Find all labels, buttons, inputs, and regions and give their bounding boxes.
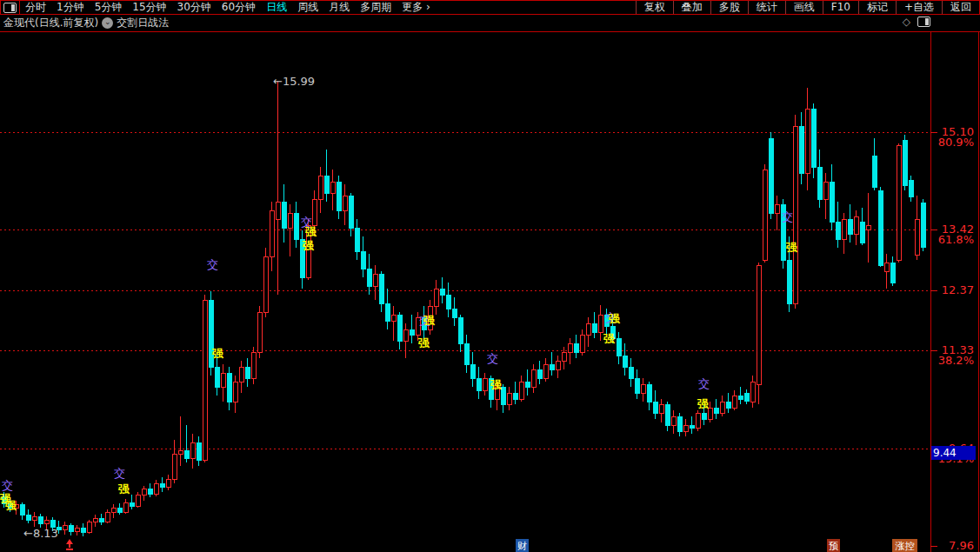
toolbar-button-fuquan[interactable]: 复权 bbox=[636, 1, 673, 14]
period-tab-multi[interactable]: 多周期 bbox=[355, 1, 397, 14]
toolbar-button-huaxian[interactable]: 画线 bbox=[785, 1, 823, 14]
qiang-signal-marker: 强 bbox=[490, 379, 502, 391]
period-tab-week[interactable]: 周线 bbox=[292, 1, 323, 14]
period-tab-more[interactable]: 更多 › bbox=[397, 1, 436, 14]
axis-percent-label: 38.2% bbox=[938, 356, 974, 366]
period-tab-fenshi[interactable]: 分时 bbox=[20, 1, 51, 14]
jiao-signal-marker: 交 bbox=[782, 211, 793, 223]
chevron-down-icon[interactable]: ⌄ bbox=[102, 17, 113, 29]
period-tab-day[interactable]: 日线 bbox=[261, 1, 292, 14]
qiang-signal-marker: 强 bbox=[423, 315, 435, 327]
app-window: 分时1分钟5分钟15分钟30分钟60分钟日线周线月线多周期更多 › 复权叠加多股… bbox=[0, 0, 980, 552]
toolbar-button-duogu[interactable]: 多股 bbox=[710, 1, 748, 14]
qiang-signal-marker: 强 bbox=[303, 240, 314, 252]
jiao-signal-marker: 交 bbox=[2, 480, 13, 492]
top-toolbar: 分时1分钟5分钟15分钟30分钟60分钟日线周线月线多周期更多 › 复权叠加多股… bbox=[0, 0, 980, 15]
period-tab-month[interactable]: 月线 bbox=[323, 1, 355, 14]
layout-toggle-button[interactable] bbox=[1, 1, 20, 14]
axis-percent-label: 61.8% bbox=[938, 235, 974, 245]
axis-tick bbox=[930, 290, 937, 291]
axis-tick bbox=[930, 132, 937, 133]
jiao-signal-marker: 交 bbox=[207, 259, 218, 271]
toolbar-actions: 复权叠加多股统计画线F10标记+自选返回 bbox=[636, 1, 979, 14]
axis-price-label: 7.96 bbox=[949, 541, 974, 551]
period-tab-60min[interactable]: 60分钟 bbox=[217, 1, 261, 14]
toolbar-button-fanhui[interactable]: 返回 bbox=[942, 1, 979, 14]
axis-tick bbox=[930, 229, 937, 230]
toolbar-button-diejia[interactable]: 叠加 bbox=[673, 1, 710, 14]
axis-tick bbox=[930, 546, 937, 547]
diamond-icon[interactable]: ◇ bbox=[903, 16, 910, 28]
period-tab-5min[interactable]: 5分钟 bbox=[90, 1, 128, 14]
current-price-box: 9.44 bbox=[931, 446, 976, 460]
period-tabs: 分时1分钟5分钟15分钟30分钟60分钟日线周线月线多周期更多 › bbox=[20, 1, 436, 14]
qiang-signal-marker: 强 bbox=[697, 398, 709, 410]
current-price-value: 9.44 bbox=[933, 447, 957, 459]
qiang-signal-marker: 强 bbox=[5, 500, 17, 512]
toolbar-button-f10[interactable]: F10 bbox=[823, 1, 858, 14]
qiang-signal-marker: 强 bbox=[305, 226, 317, 238]
qiang-signal-marker: 强 bbox=[609, 313, 620, 325]
price-axis: 9.44 15.1080.9%13.4261.8%12.3711.3338.2%… bbox=[930, 0, 980, 552]
panel-layout-icon bbox=[3, 3, 17, 13]
bottom-badge[interactable]: 涨控 bbox=[892, 539, 917, 552]
strategy-title: 交割日战法 bbox=[117, 16, 169, 30]
bottom-badge[interactable]: 财 bbox=[516, 539, 529, 552]
jiao-signal-marker: 交 bbox=[114, 468, 125, 480]
qiang-signal-marker: 强 bbox=[786, 242, 797, 254]
high-price-annotation: ←15.99 bbox=[273, 75, 315, 88]
jiao-signal-marker: 交 bbox=[698, 378, 710, 390]
qiang-signal-marker: 强 bbox=[603, 333, 615, 345]
qiang-signal-marker: 强 bbox=[418, 337, 430, 349]
title-bar: 金现代(日线.前复权) ⌄ 交割日战法 ◇ bbox=[0, 15, 980, 32]
period-tab-15min[interactable]: 15分钟 bbox=[127, 1, 171, 14]
axis-tick bbox=[930, 350, 937, 351]
jiao-signal-marker: 交 bbox=[487, 353, 498, 365]
period-tab-30min[interactable]: 30分钟 bbox=[172, 1, 217, 14]
stock-title: 金现代(日线.前复权) bbox=[3, 16, 98, 30]
candlestick-chart[interactable] bbox=[0, 0, 930, 552]
toolbar-button-biaoji[interactable]: 标记 bbox=[858, 1, 896, 14]
signal-arrow-icon bbox=[66, 539, 73, 550]
toolbar-button-zixuan[interactable]: +自选 bbox=[896, 1, 942, 14]
period-tab-1min[interactable]: 1分钟 bbox=[51, 1, 90, 14]
panel-icon[interactable] bbox=[917, 17, 930, 27]
qiang-signal-marker: 强 bbox=[118, 483, 130, 495]
bottom-badge[interactable]: 预 bbox=[827, 539, 840, 552]
axis-price-label: 12.37 bbox=[942, 285, 974, 296]
low-price-annotation: ←8.13 bbox=[23, 527, 58, 540]
axis-percent-label: 80.9% bbox=[938, 137, 974, 148]
toolbar-button-tongji[interactable]: 统计 bbox=[748, 1, 785, 14]
qiang-signal-marker: 强 bbox=[212, 348, 223, 360]
